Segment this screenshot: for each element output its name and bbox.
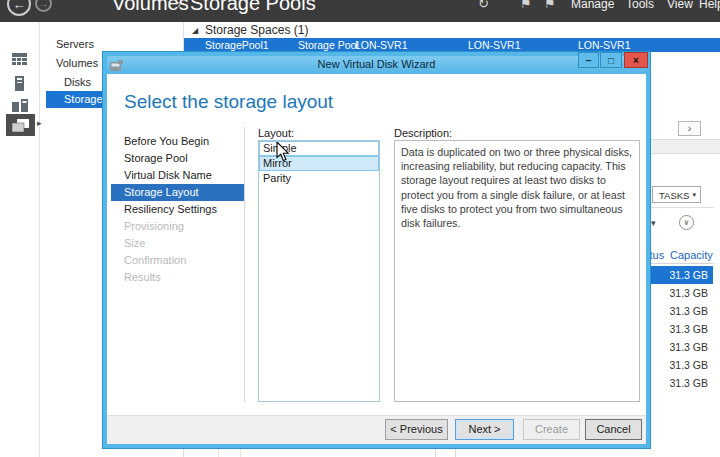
tasks-caret-icon: ▾ <box>692 191 696 199</box>
step-resiliency-settings[interactable]: Resiliency Settings <box>111 201 244 218</box>
storage-pools-icon <box>12 119 29 132</box>
tasks-dropdown[interactable]: TASKS ▾ <box>652 186 701 203</box>
menu-manage[interactable]: Manage <box>571 0 614 11</box>
disk-row[interactable]: 31.3 GB <box>640 338 713 356</box>
nav-divider <box>244 127 245 402</box>
pool-availableto-cell: LON-SVR1 <box>468 39 521 51</box>
icon-rail: ▸ <box>0 22 40 457</box>
sidebar-item-disks[interactable]: Disks <box>64 76 91 88</box>
step-confirmation: Confirmation <box>111 252 244 269</box>
breadcrumb-current: Storage Pools <box>190 0 316 15</box>
step-storage-layout[interactable]: Storage Layout <box>111 184 244 201</box>
dialog-titlebar[interactable]: New Virtual Disk Wizard <box>107 56 646 74</box>
step-size: Size <box>111 235 244 252</box>
panel-footer-strip <box>640 139 720 154</box>
group-header: Storage Spaces (1) <box>205 23 308 37</box>
servers-icon[interactable] <box>15 76 24 95</box>
mouse-cursor <box>276 142 290 166</box>
refresh-icon[interactable]: ↻ <box>478 0 489 11</box>
rail-flyout-arrow-icon: ▸ <box>37 118 42 128</box>
step-provisioning: Provisioning <box>111 218 244 235</box>
notification-flag2-icon[interactable]: ⚑ <box>544 0 556 11</box>
menu-view[interactable]: View <box>667 0 693 11</box>
cancel-button[interactable]: Cancel <box>585 419 642 440</box>
description-box: Data is duplicated on two or three physi… <box>394 140 640 402</box>
disk-row[interactable]: 31.3 GB <box>640 284 713 302</box>
filter-caret-icon[interactable]: ▾ <box>651 218 656 228</box>
forward-icon: → <box>39 0 49 9</box>
column-header-capacity[interactable]: Capacity <box>670 249 713 261</box>
step-before-you-begin[interactable]: Before You Begin <box>111 133 244 150</box>
table-column-divider <box>435 448 436 457</box>
header-divider <box>640 263 713 264</box>
disk-row[interactable]: 31.3 GB <box>640 374 713 392</box>
description-label: Description: <box>394 127 452 139</box>
step-virtual-disk-name[interactable]: Virtual Disk Name <box>111 167 244 184</box>
pool-type-cell: Storage Pool <box>298 39 359 51</box>
disk-row[interactable]: 31.3 GB <box>640 320 713 338</box>
storage-pools-rail-item[interactable] <box>6 114 35 136</box>
server-manager-window: ← → Volumes › Storage Pools ↻ ⚑ ⚑ Manage… <box>0 0 720 457</box>
table-column-divider <box>455 448 456 457</box>
disk-row[interactable]: 31.3 GB <box>640 302 713 320</box>
step-results: Results <box>111 269 244 286</box>
group-collapse-icon[interactable]: ◢ <box>192 26 198 35</box>
menu-help[interactable]: Help <box>699 0 720 11</box>
dialog-title: New Virtual Disk Wizard <box>107 58 646 70</box>
collapse-section-button[interactable]: ∨ <box>679 215 694 230</box>
topbar: ← → Volumes › Storage Pools ↻ ⚑ ⚑ Manage… <box>0 0 720 22</box>
section-divider <box>640 207 714 208</box>
forward-button[interactable]: → <box>35 0 52 12</box>
disk-row[interactable]: 31.3 GB <box>640 356 713 374</box>
breadcrumb-separator: › <box>177 0 181 11</box>
create-button: Create <box>523 419 580 440</box>
wizard-steps-nav: Before You Begin Storage Pool Virtual Di… <box>111 133 244 286</box>
back-icon: ← <box>13 0 26 12</box>
dashboard-icon[interactable] <box>12 52 27 70</box>
menu-tools[interactable]: Tools <box>626 0 654 11</box>
layout-listbox[interactable]: Simple Mirror Parity <box>258 140 380 402</box>
new-virtual-disk-wizard-dialog: New Virtual Disk Wizard – □ × Select the… <box>103 52 650 448</box>
step-storage-pool[interactable]: Storage Pool <box>111 150 244 167</box>
maximize-button[interactable]: □ <box>600 52 622 68</box>
back-button[interactable]: ← <box>7 0 31 16</box>
scroll-right-button[interactable]: › <box>678 121 701 136</box>
notification-flag-icon[interactable]: ⚑ <box>520 0 532 11</box>
tasks-label: TASKS <box>659 190 689 201</box>
close-button[interactable]: × <box>624 52 648 68</box>
pool-name-cell: StoragePool1 <box>205 39 269 51</box>
layout-option-parity[interactable]: Parity <box>259 171 379 186</box>
pool-server-cell: LON-SVR1 <box>578 39 631 51</box>
sidebar-item-volumes[interactable]: Volumes <box>56 57 98 69</box>
sidebar-item-servers[interactable]: Servers <box>56 38 94 50</box>
previous-button[interactable]: < Previous <box>385 419 448 440</box>
page-title: Select the storage layout <box>124 91 333 113</box>
pool-managedby-cell: LON-SVR1 <box>355 39 408 51</box>
next-button[interactable]: Next > <box>455 419 514 440</box>
layout-label: Layout: <box>258 127 294 139</box>
disk-row[interactable]: 31.3 GB <box>640 266 713 284</box>
minimize-button[interactable]: – <box>578 52 599 68</box>
